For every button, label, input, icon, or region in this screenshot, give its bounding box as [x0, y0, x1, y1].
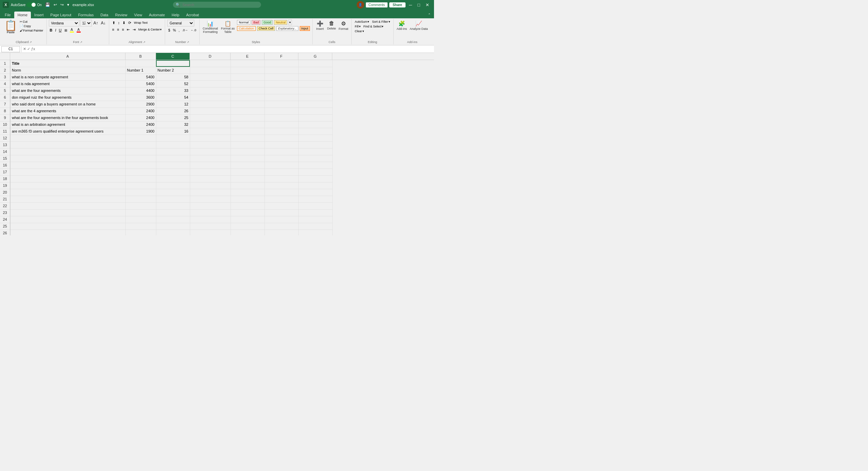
share-button[interactable]: Share [389, 2, 406, 7]
check-cell-style[interactable]: Check Cell [257, 26, 275, 31]
row-num-3[interactable]: 3 [0, 74, 10, 80]
cell-F14[interactable] [264, 148, 298, 155]
cell-C23[interactable] [156, 209, 190, 216]
cell-D2[interactable] [190, 67, 231, 74]
tab-review[interactable]: Review [112, 12, 131, 18]
cell-reference-input[interactable] [1, 46, 20, 52]
cell-F19[interactable] [264, 182, 298, 189]
cell-E5[interactable] [231, 87, 264, 94]
cell-D8[interactable] [190, 107, 231, 114]
cell-G14[interactable] [298, 148, 332, 155]
cell-C12[interactable] [156, 135, 190, 141]
cell-C5[interactable]: 33 [156, 87, 190, 94]
cell-A1[interactable]: Title [10, 60, 125, 67]
cell-G10[interactable] [298, 121, 332, 128]
cell-F3[interactable] [264, 74, 298, 80]
row-num-19[interactable]: 19 [0, 182, 10, 189]
cell-E18[interactable] [231, 175, 264, 182]
input-style[interactable]: Input [300, 26, 310, 31]
decrease-decimal-button[interactable]: .0→ [181, 27, 189, 33]
font-name-select[interactable]: Verdana [49, 20, 79, 26]
cell-G16[interactable] [298, 162, 332, 169]
cell-B4[interactable]: 5400 [125, 80, 156, 87]
col-header-D[interactable]: D [190, 53, 231, 60]
cell-D5[interactable] [190, 87, 231, 94]
cut-button[interactable]: ✂ Cut [19, 20, 44, 24]
cell-C9[interactable]: 25 [156, 114, 190, 121]
cell-A3[interactable]: what is a non compete agreement [10, 74, 125, 80]
insert-button[interactable]: ➕ Insert [315, 20, 326, 31]
bold-button[interactable]: B [49, 27, 54, 33]
cell-C22[interactable] [156, 202, 190, 209]
cell-G18[interactable] [298, 175, 332, 182]
comments-button[interactable]: Comments [366, 2, 388, 8]
cell-F25[interactable] [264, 223, 298, 230]
underline-button[interactable]: U [58, 27, 63, 33]
cell-C15[interactable] [156, 155, 190, 162]
cell-A5[interactable]: what are the four agreements [10, 87, 125, 94]
cell-B14[interactable] [125, 148, 156, 155]
cell-G4[interactable] [298, 80, 332, 87]
cell-D23[interactable] [190, 209, 231, 216]
row-num-25[interactable]: 25 [0, 223, 10, 230]
cell-D3[interactable] [190, 74, 231, 80]
cell-B11[interactable]: 1900 [125, 128, 156, 135]
cell-C24[interactable] [156, 216, 190, 223]
cell-A11[interactable]: are m365 f3 users qualified enterprise a… [10, 128, 125, 135]
cell-D1[interactable] [190, 60, 231, 67]
cell-E16[interactable] [231, 162, 264, 169]
cell-E21[interactable] [231, 196, 264, 202]
cell-C6[interactable]: 54 [156, 94, 190, 101]
find-select-button[interactable]: Find & Select ▾ [362, 24, 385, 28]
cell-B10[interactable]: 2400 [125, 121, 156, 128]
search-input[interactable] [173, 2, 261, 8]
cell-G3[interactable] [298, 74, 332, 80]
cell-D19[interactable] [190, 182, 231, 189]
cell-C20[interactable] [156, 189, 190, 196]
cell-A15[interactable] [10, 155, 125, 162]
cell-F8[interactable] [264, 107, 298, 114]
align-center-button[interactable]: ≡ [116, 26, 120, 33]
increase-indent-button[interactable]: ⇥ [132, 26, 137, 33]
font-size-select[interactable]: 12 [80, 20, 92, 26]
cell-E7[interactable] [231, 101, 264, 107]
cell-D6[interactable] [190, 94, 231, 101]
cell-A25[interactable] [10, 223, 125, 230]
col-header-B[interactable]: B [125, 53, 156, 60]
cell-A26[interactable] [10, 230, 125, 235]
formula-input[interactable] [37, 47, 433, 51]
merge-center-button[interactable]: Merge & Center ▾ [137, 27, 163, 32]
cell-G11[interactable] [298, 128, 332, 135]
cell-A2[interactable]: Norm [10, 67, 125, 74]
addins-button[interactable]: 🧩 Add-ins [396, 20, 408, 31]
cell-E14[interactable] [231, 148, 264, 155]
cell-A8[interactable]: what are the 4 agreements [10, 107, 125, 114]
row-num-12[interactable]: 12 [0, 135, 10, 141]
cell-A16[interactable] [10, 162, 125, 169]
cell-E17[interactable] [231, 169, 264, 175]
cell-D11[interactable] [190, 128, 231, 135]
cell-B15[interactable] [125, 155, 156, 162]
format-button[interactable]: ⚙ Format [338, 20, 350, 31]
cell-G26[interactable] [298, 230, 332, 235]
row-num-9[interactable]: 9 [0, 114, 10, 121]
cell-D17[interactable] [190, 169, 231, 175]
col-header-E[interactable]: E [231, 53, 264, 60]
cell-C19[interactable] [156, 182, 190, 189]
cell-E6[interactable] [231, 94, 264, 101]
customize-button[interactable]: ▾ [66, 2, 71, 8]
cell-F6[interactable] [264, 94, 298, 101]
cell-A13[interactable] [10, 141, 125, 148]
row-num-15[interactable]: 15 [0, 155, 10, 162]
cell-C3[interactable]: 58 [156, 74, 190, 80]
cell-C8[interactable]: 26 [156, 107, 190, 114]
row-num-13[interactable]: 13 [0, 141, 10, 148]
cell-F24[interactable] [264, 216, 298, 223]
more-styles-button[interactable]: ▾ [288, 20, 292, 25]
align-left-button[interactable]: ≡ [111, 26, 115, 33]
font-size-decrease[interactable]: A↓ [100, 20, 107, 26]
cell-F9[interactable] [264, 114, 298, 121]
cell-A19[interactable] [10, 182, 125, 189]
cell-G15[interactable] [298, 155, 332, 162]
font-color-button[interactable]: A [76, 27, 82, 33]
